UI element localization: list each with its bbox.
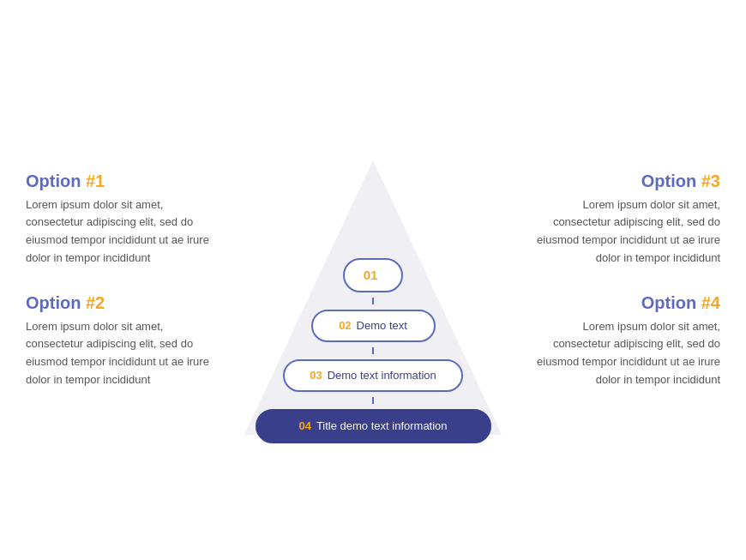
option-2-desc: Lorem ipsum dolor sit amet, consectetur … (26, 318, 214, 389)
option-4-title: Option #4 (532, 293, 720, 313)
pyramid-level-3: 03 Demo text information (283, 359, 463, 392)
left-panel: Option #1 Lorem ipsum dolor sit amet, co… (26, 171, 214, 388)
pyramid-level-4: 04 Title demo text information (256, 409, 491, 443)
option-1-title: Option #1 (26, 171, 214, 190)
option-1-block: Option #1 Lorem ipsum dolor sit amet, co… (26, 171, 214, 267)
option-1-desc: Lorem ipsum dolor sit amet, consectetur … (26, 196, 214, 267)
option-2-title: Option #2 (26, 293, 214, 313)
main-container: Option #1 Lorem ipsum dolor sit amet, co… (0, 0, 746, 560)
option-3-title: Option #3 (532, 171, 720, 190)
option-3-block: Option #3 Lorem ipsum dolor sit amet, co… (532, 171, 720, 267)
pyramid-level-2: 02 Demo text (311, 310, 436, 342)
option-4-desc: Lorem ipsum dolor sit amet, consectetur … (532, 318, 720, 389)
right-panel: Option #3 Lorem ipsum dolor sit amet, co… (532, 171, 720, 388)
connector-1-2 (372, 298, 374, 304)
option-4-block: Option #4 Lorem ipsum dolor sit amet, co… (532, 293, 720, 389)
option-2-block: Option #2 Lorem ipsum dolor sit amet, co… (26, 293, 214, 389)
connector-2-3 (372, 347, 374, 354)
pyramid-area: 01 02 Demo text 03 Demo text information… (240, 117, 506, 443)
connector-3-4 (372, 397, 374, 404)
pyramid-levels: 01 02 Demo text 03 Demo text information… (240, 258, 506, 443)
option-3-desc: Lorem ipsum dolor sit amet, consectetur … (532, 196, 720, 267)
pyramid-level-1: 01 (343, 258, 403, 292)
